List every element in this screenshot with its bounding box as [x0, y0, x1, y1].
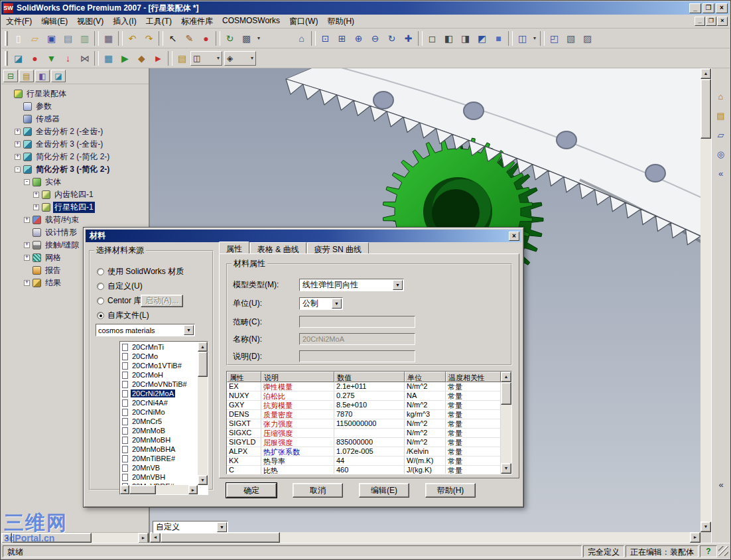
- open-document-button[interactable]: ▱: [27, 31, 43, 46]
- table-row[interactable]: GXY 抗剪模量 8.5e+010 N/m^2 常量: [227, 401, 501, 410]
- scroll-up-button[interactable]: ▲: [501, 372, 511, 382]
- material-list-item[interactable]: 20MnMoBHA: [121, 445, 198, 454]
- collapse-taskpane-chevron[interactable]: «: [714, 167, 728, 180]
- options-button[interactable]: ▩: [238, 31, 255, 46]
- tab-fatigue-sn-curves[interactable]: 疲劳 SN 曲线: [307, 242, 369, 253]
- hidden-lines-visible-button[interactable]: ◧: [440, 31, 457, 46]
- new-document-button[interactable]: ▯: [10, 31, 27, 46]
- collapse-bottom-chevron[interactable]: «: [714, 478, 728, 491]
- radio-icon-checked[interactable]: [97, 312, 104, 319]
- material-list-item[interactable]: 20MnCr5: [121, 417, 198, 426]
- apply-material-button[interactable]: ●: [27, 50, 43, 66]
- scroll-down-button[interactable]: ▼: [501, 463, 511, 474]
- scroll-thumb[interactable]: [129, 485, 156, 494]
- tree-expander[interactable]: +: [15, 129, 21, 135]
- connectors-button[interactable]: ⋈: [76, 50, 93, 66]
- table-row[interactable]: NUXY 泊松比 0.275 NA 常量: [227, 391, 501, 401]
- plot-selector-dropdown[interactable]: ◈▾: [224, 51, 256, 66]
- description-field[interactable]: [299, 350, 415, 362]
- undo-button[interactable]: ↶: [124, 31, 141, 46]
- scroll-right-button[interactable]: ►: [188, 485, 198, 494]
- material-list-item[interactable]: 20MnMoB: [121, 426, 198, 435]
- tab-tables-curves[interactable]: 表格 & 曲线: [250, 242, 306, 253]
- chevron-down-icon[interactable]: ▼: [332, 299, 342, 309]
- window-titlebar[interactable]: SW SolidWorks Office Premium 2007 - [行星装…: [1, 1, 730, 15]
- select-tool-button[interactable]: ↖: [165, 31, 181, 46]
- tree-item-root-assembly[interactable]: 行星装配体: [1, 88, 149, 100]
- table-row[interactable]: DENS 质量密度 7870 kg/m^3 常量: [227, 410, 501, 419]
- make-assembly-button[interactable]: ▥: [76, 31, 93, 46]
- table-vertical-scrollbar[interactable]: ▲ ▼: [501, 372, 511, 474]
- zoom-to-area-button[interactable]: ⊞: [334, 31, 350, 46]
- tree-expander[interactable]: +: [24, 280, 30, 286]
- scroll-right-button[interactable]: ►: [138, 533, 149, 543]
- shadows-button[interactable]: ▧: [563, 31, 579, 46]
- save-button[interactable]: ▣: [43, 31, 60, 46]
- cancel-button[interactable]: 取消: [293, 483, 343, 498]
- edit-color-button[interactable]: ●: [198, 31, 214, 46]
- menu-tools[interactable]: 工具(T): [141, 14, 176, 29]
- mdi-minimize-button[interactable]: _: [695, 17, 705, 26]
- hidden-lines-removed-button[interactable]: ◨: [457, 31, 474, 46]
- viewport-horizontal-scrollbar[interactable]: ◄ ►: [150, 532, 711, 543]
- menu-standard-library[interactable]: 标准件库: [176, 14, 218, 29]
- cosmos-study-button[interactable]: ◪: [10, 50, 27, 66]
- tree-item-internal-gear[interactable]: + 内齿轮四-1: [1, 188, 149, 201]
- tree-item-study-fullgear-3[interactable]: + 全齿分析 3 (-全齿-): [1, 138, 149, 151]
- viewport-vertical-scrollbar[interactable]: ▲ ▼: [700, 68, 711, 532]
- material-list-item[interactable]: 20CrMoH: [121, 370, 198, 380]
- material-list-item[interactable]: 20MnVBH: [121, 472, 198, 482]
- scroll-left-button[interactable]: ◄: [150, 532, 161, 543]
- table-row[interactable]: SIGYLD 屈服强度 835000000 N/m^2 常量: [227, 438, 501, 447]
- tree-expander[interactable]: -: [15, 167, 21, 173]
- help-button[interactable]: 帮助(H): [425, 483, 476, 498]
- table-row[interactable]: SIGXC 压缩强度 N/m^2 常量: [227, 429, 501, 438]
- material-list-item[interactable]: 20CrNiMo: [121, 407, 198, 417]
- tree-expander[interactable]: +: [24, 255, 30, 261]
- model-type-combo[interactable]: 线性弹性同向性 ▼: [299, 279, 404, 291]
- status-help-icon[interactable]: ?: [700, 545, 717, 557]
- material-list-item[interactable]: 20MnTiBRE#: [121, 454, 198, 463]
- material-list-item[interactable]: 20MnMoBH: [121, 435, 198, 445]
- run-analysis-button[interactable]: ▶: [117, 50, 133, 66]
- radio-icon[interactable]: [97, 297, 104, 305]
- zoom-in-button[interactable]: ⊕: [350, 31, 367, 46]
- study-selector-dropdown[interactable]: ◫▾: [190, 51, 222, 66]
- radio-use-solidworks-material[interactable]: 使用 SolidWorks 材质: [97, 267, 184, 276]
- scroll-left-button[interactable]: ◄: [120, 485, 129, 494]
- dialog-close-button[interactable]: ×: [509, 232, 519, 241]
- zoom-to-fit-button[interactable]: ⊡: [317, 31, 334, 46]
- propertymanager-tab[interactable]: ▤: [19, 70, 34, 82]
- tree-item-parameters[interactable]: 参数: [1, 100, 149, 113]
- table-row[interactable]: KX 热导率 44 W/(m.K) 常量: [227, 456, 501, 466]
- tree-item-planet-gear[interactable]: + 行星轮四-1: [1, 201, 149, 214]
- report-button[interactable]: ▤: [174, 50, 190, 66]
- realview-button[interactable]: ▨: [579, 31, 596, 46]
- rebuild-button[interactable]: ↻: [222, 31, 238, 46]
- scroll-thumb[interactable]: [198, 352, 208, 377]
- scroll-right-button[interactable]: ►: [690, 532, 700, 543]
- design-check-button[interactable]: ►: [150, 50, 166, 66]
- material-list-item[interactable]: 20CrMo1VTiB#: [121, 361, 198, 370]
- table-row[interactable]: ALPX 热扩张系数 1.072e-005 /Kelvin 常量: [227, 447, 501, 456]
- material-list-item[interactable]: 20CrMoVNbTiB#: [121, 380, 198, 389]
- chevron-down-icon[interactable]: ▼: [184, 325, 194, 335]
- toolbar-dropdown-arrow[interactable]: ▾: [255, 31, 263, 46]
- mdi-close-button[interactable]: ×: [717, 17, 728, 26]
- tree-expander[interactable]: +: [33, 192, 39, 198]
- material-list-item[interactable]: 20CrMo: [121, 352, 198, 361]
- tree-item-sensors[interactable]: 传感器: [1, 113, 149, 125]
- wireframe-button[interactable]: ◻: [424, 31, 440, 46]
- standard-views-button[interactable]: ◰: [546, 31, 563, 46]
- scroll-up-button[interactable]: ▲: [700, 68, 711, 79]
- menu-window[interactable]: 窗口(W): [285, 14, 322, 29]
- sketch-button[interactable]: ✎: [181, 31, 198, 46]
- solidworks-resources-icon[interactable]: ⌂: [714, 90, 728, 103]
- menu-insert[interactable]: 插入(I): [108, 14, 141, 29]
- menu-file[interactable]: 文件(F): [1, 14, 36, 29]
- section-dropdown-arrow[interactable]: ▾: [531, 31, 539, 46]
- list-horizontal-scrollbar[interactable]: ◄ ►: [120, 485, 198, 494]
- design-library-icon[interactable]: ▤: [714, 109, 728, 122]
- cosmosworks-manager-tab[interactable]: ◪: [51, 70, 66, 82]
- zoom-out-button[interactable]: ⊖: [367, 31, 383, 46]
